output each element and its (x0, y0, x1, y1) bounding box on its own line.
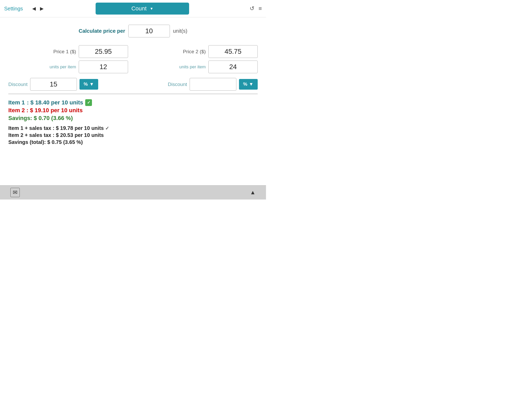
price1-field-row: Price 1 ($) (53, 45, 128, 58)
discount1-input[interactable] (30, 78, 77, 91)
discount-row: Discount % ▼ Discount % ▼ (8, 78, 258, 91)
item2-tax-value: : $ 20.53 per 10 units (53, 132, 104, 138)
nav-arrows: ◀ ▶ (32, 6, 44, 11)
discount2-type-button[interactable]: % ▼ (239, 79, 258, 90)
discount1-type-button[interactable]: % ▼ (79, 79, 98, 90)
price2-input[interactable] (208, 45, 258, 58)
discount2-label: Discount (168, 82, 187, 87)
main-content: Calculate price per unit(s) Price 1 ($) … (0, 17, 266, 149)
discount1-dropdown-icon: ▼ (89, 82, 94, 87)
result-item1-prefix: Item 1 (8, 99, 25, 106)
item1-tax-prefix: Item 1 + sales tax (8, 125, 51, 131)
calc-price-label: Calculate price per (79, 28, 125, 34)
nav-back-button[interactable]: ◀ (32, 6, 36, 11)
menu-icon[interactable]: ≡ (258, 5, 262, 12)
discount2-type-label: % (243, 82, 247, 87)
result-item2-tax-row: Item 2 + sales tax : $ 20.53 per 10 unit… (8, 132, 258, 138)
bottom-bar: ✉ ▲ (0, 185, 266, 200)
settings-link[interactable]: Settings (4, 6, 30, 12)
discount2-input[interactable] (190, 78, 236, 91)
up-arrow-icon[interactable]: ▲ (250, 189, 256, 196)
savings-value: $ 0.70 (3.66 %) (34, 115, 73, 121)
price2-field-row: Price 2 ($) (183, 45, 258, 58)
discount1-label: Discount (8, 82, 28, 87)
item1-tax-check: ✓ (105, 126, 109, 131)
header-center: Count ▼ (44, 3, 241, 15)
result-savings-row: Savings: $ 0.70 (3.66 %) (8, 115, 258, 122)
price1-group: Price 1 ($) units per item (8, 45, 128, 73)
result-item1-value: : $ 18.40 per 10 units (27, 99, 83, 106)
result-item2-row: Item 2 : $ 19.10 per 10 units (8, 107, 258, 114)
app-header: Settings ◀ ▶ Count ▼ ↺ ≡ (0, 0, 266, 17)
item1-tax-value: : $ 19.78 per 10 units (53, 125, 104, 131)
result-item2-value: : $ 19.10 per 10 units (26, 107, 83, 114)
calc-value-input[interactable] (128, 25, 170, 37)
units2-input[interactable] (208, 61, 258, 73)
header-right-icons: ↺ ≡ (241, 5, 262, 12)
price2-label: Price 2 ($) (183, 49, 206, 55)
prices-row: Price 1 ($) units per item Price 2 ($) u… (8, 45, 258, 73)
savings-prefix: Savings: (8, 115, 32, 121)
mail-icon[interactable]: ✉ (10, 188, 20, 197)
refresh-icon[interactable]: ↺ (250, 5, 254, 12)
price2-group: Price 2 ($) units per item (138, 45, 258, 73)
units2-label: units per item (179, 64, 206, 70)
result-item2-prefix: Item 2 (8, 107, 25, 114)
units1-label: units per item (50, 64, 76, 70)
nav-forward-button[interactable]: ▶ (40, 6, 44, 11)
calc-price-row: Calculate price per unit(s) (8, 25, 258, 37)
calc-units-label: unit(s) (173, 28, 188, 34)
units1-field-row: units per item (50, 61, 128, 73)
units1-input[interactable] (79, 61, 128, 73)
title-dropdown-button[interactable]: Count ▼ (96, 3, 189, 15)
discount1-type-label: % (84, 82, 88, 87)
discount2-dropdown-icon: ▼ (249, 82, 254, 87)
units2-field-row: units per item (179, 61, 258, 73)
price1-label: Price 1 ($) (53, 49, 76, 55)
item1-best-badge: ✓ (85, 99, 92, 106)
result-item1-tax-row: Item 1 + sales tax : $ 19.78 per 10 unit… (8, 125, 258, 131)
discount2-group: Discount % ▼ (133, 78, 258, 91)
price1-input[interactable] (79, 45, 128, 58)
result-item1-row: Item 1 : $ 18.40 per 10 units ✓ (8, 99, 258, 106)
results-area: Item 1 : $ 18.40 per 10 units ✓ Item 2 :… (8, 94, 258, 145)
result-savings-total-row: Savings (total): $ 0.75 (3.65 %) (8, 139, 258, 145)
header-title: Count (131, 5, 147, 12)
savings-total-text: Savings (total): $ 0.75 (3.65 %) (8, 139, 83, 145)
dropdown-arrow-icon: ▼ (150, 6, 153, 11)
item2-tax-prefix: Item 2 + sales tax (8, 132, 51, 138)
discount1-group: Discount % ▼ (8, 78, 133, 91)
